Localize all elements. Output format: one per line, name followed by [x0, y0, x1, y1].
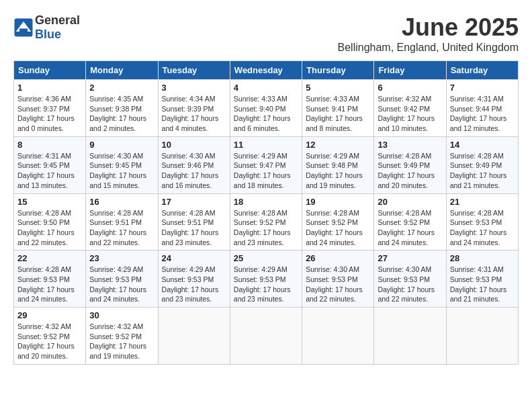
- day-number: 26: [306, 253, 370, 263]
- day-info: Sunrise: 4:30 AM Sunset: 9:45 PM Dayligh…: [89, 151, 154, 191]
- day-number: 5: [306, 83, 370, 93]
- calendar-cell: 9 Sunrise: 4:30 AM Sunset: 9:45 PM Dayli…: [86, 136, 158, 193]
- day-number: 18: [234, 197, 298, 207]
- calendar-cell: 8 Sunrise: 4:31 AM Sunset: 9:45 PM Dayli…: [14, 136, 86, 193]
- day-number: 6: [378, 83, 442, 93]
- weekday-header-monday: Monday: [86, 61, 158, 80]
- calendar-week-5: 29 Sunrise: 4:32 AM Sunset: 9:52 PM Dayl…: [14, 308, 519, 365]
- page-header: General Blue June 2025 Bellingham, Engla…: [13, 13, 519, 54]
- calendar-cell: 17 Sunrise: 4:28 AM Sunset: 9:51 PM Dayl…: [158, 193, 230, 250]
- day-info: Sunrise: 4:32 AM Sunset: 9:52 PM Dayligh…: [17, 322, 82, 361]
- logo-general-text: General: [35, 13, 80, 27]
- location-title: Bellingham, England, United Kingdom: [338, 42, 519, 54]
- day-number: 8: [17, 140, 82, 150]
- title-block: June 2025 Bellingham, England, United Ki…: [338, 13, 519, 54]
- weekday-header-sunday: Sunday: [14, 61, 86, 80]
- day-info: Sunrise: 4:31 AM Sunset: 9:53 PM Dayligh…: [450, 265, 515, 304]
- calendar-cell: 16 Sunrise: 4:28 AM Sunset: 9:51 PM Dayl…: [86, 193, 158, 250]
- day-number: 16: [89, 197, 154, 207]
- calendar-cell: 15 Sunrise: 4:28 AM Sunset: 9:50 PM Dayl…: [14, 193, 86, 250]
- day-number: 30: [89, 310, 154, 320]
- day-info: Sunrise: 4:28 AM Sunset: 9:49 PM Dayligh…: [378, 151, 442, 191]
- day-number: 3: [162, 83, 226, 93]
- day-info: Sunrise: 4:29 AM Sunset: 9:53 PM Dayligh…: [89, 265, 154, 304]
- logo-blue-text: Blue: [35, 28, 61, 41]
- day-number: 25: [234, 253, 298, 263]
- day-number: 11: [234, 140, 298, 150]
- calendar-cell: 18 Sunrise: 4:28 AM Sunset: 9:52 PM Dayl…: [230, 193, 302, 250]
- day-info: Sunrise: 4:28 AM Sunset: 9:49 PM Dayligh…: [450, 151, 515, 191]
- calendar-cell: 23 Sunrise: 4:29 AM Sunset: 9:53 PM Dayl…: [86, 250, 158, 308]
- day-info: Sunrise: 4:33 AM Sunset: 9:41 PM Dayligh…: [306, 94, 370, 134]
- calendar-week-1: 1 Sunrise: 4:36 AM Sunset: 9:37 PM Dayli…: [14, 80, 519, 137]
- calendar-cell: 25 Sunrise: 4:29 AM Sunset: 9:53 PM Dayl…: [230, 250, 302, 308]
- weekday-header-thursday: Thursday: [302, 61, 374, 80]
- day-info: Sunrise: 4:32 AM Sunset: 9:42 PM Dayligh…: [378, 94, 442, 134]
- calendar-cell: 11 Sunrise: 4:29 AM Sunset: 9:47 PM Dayl…: [230, 136, 302, 193]
- day-number: 22: [17, 253, 82, 263]
- day-info: Sunrise: 4:28 AM Sunset: 9:53 PM Dayligh…: [450, 208, 515, 248]
- day-info: Sunrise: 4:30 AM Sunset: 9:53 PM Dayligh…: [306, 265, 370, 304]
- day-number: 15: [17, 197, 82, 207]
- day-info: Sunrise: 4:28 AM Sunset: 9:51 PM Dayligh…: [162, 208, 226, 248]
- month-title: June 2025: [338, 13, 519, 42]
- day-number: 17: [162, 197, 226, 207]
- calendar-cell: [158, 308, 230, 365]
- calendar-header-row: SundayMondayTuesdayWednesdayThursdayFrid…: [14, 61, 519, 80]
- calendar-cell: [374, 308, 446, 365]
- calendar-cell: 29 Sunrise: 4:32 AM Sunset: 9:52 PM Dayl…: [14, 308, 86, 365]
- calendar-cell: [446, 308, 518, 365]
- day-info: Sunrise: 4:28 AM Sunset: 9:52 PM Dayligh…: [306, 208, 370, 248]
- calendar-cell: [302, 308, 374, 365]
- day-number: 21: [450, 197, 515, 207]
- calendar-cell: 12 Sunrise: 4:29 AM Sunset: 9:48 PM Dayl…: [302, 136, 374, 193]
- calendar-cell: 2 Sunrise: 4:35 AM Sunset: 9:38 PM Dayli…: [86, 80, 158, 137]
- day-info: Sunrise: 4:32 AM Sunset: 9:52 PM Dayligh…: [89, 322, 154, 361]
- day-info: Sunrise: 4:28 AM Sunset: 9:52 PM Dayligh…: [234, 208, 298, 248]
- day-number: 2: [89, 83, 154, 93]
- calendar-cell: 6 Sunrise: 4:32 AM Sunset: 9:42 PM Dayli…: [374, 80, 446, 137]
- day-number: 27: [378, 253, 442, 263]
- day-number: 10: [162, 140, 226, 150]
- calendar-cell: 19 Sunrise: 4:28 AM Sunset: 9:52 PM Dayl…: [302, 193, 374, 250]
- weekday-header-wednesday: Wednesday: [230, 61, 302, 80]
- calendar-cell: 21 Sunrise: 4:28 AM Sunset: 9:53 PM Dayl…: [446, 193, 518, 250]
- calendar-week-3: 15 Sunrise: 4:28 AM Sunset: 9:50 PM Dayl…: [14, 193, 519, 250]
- calendar-cell: 13 Sunrise: 4:28 AM Sunset: 9:49 PM Dayl…: [374, 136, 446, 193]
- calendar-cell: 3 Sunrise: 4:34 AM Sunset: 9:39 PM Dayli…: [158, 80, 230, 137]
- calendar-week-2: 8 Sunrise: 4:31 AM Sunset: 9:45 PM Dayli…: [14, 136, 519, 193]
- day-info: Sunrise: 4:28 AM Sunset: 9:53 PM Dayligh…: [17, 265, 82, 304]
- calendar-cell: 24 Sunrise: 4:29 AM Sunset: 9:53 PM Dayl…: [158, 250, 230, 308]
- day-info: Sunrise: 4:29 AM Sunset: 9:53 PM Dayligh…: [234, 265, 298, 304]
- day-info: Sunrise: 4:30 AM Sunset: 9:46 PM Dayligh…: [162, 151, 226, 191]
- day-info: Sunrise: 4:29 AM Sunset: 9:53 PM Dayligh…: [162, 265, 226, 304]
- day-number: 1: [17, 83, 82, 93]
- day-number: 7: [450, 83, 515, 93]
- day-info: Sunrise: 4:36 AM Sunset: 9:37 PM Dayligh…: [17, 94, 82, 134]
- calendar-cell: 30 Sunrise: 4:32 AM Sunset: 9:52 PM Dayl…: [86, 308, 158, 365]
- day-info: Sunrise: 4:33 AM Sunset: 9:40 PM Dayligh…: [234, 94, 298, 134]
- day-info: Sunrise: 4:34 AM Sunset: 9:39 PM Dayligh…: [162, 94, 226, 134]
- day-info: Sunrise: 4:28 AM Sunset: 9:52 PM Dayligh…: [378, 208, 442, 248]
- day-number: 24: [162, 253, 226, 263]
- calendar-cell: 27 Sunrise: 4:30 AM Sunset: 9:53 PM Dayl…: [374, 250, 446, 308]
- calendar-cell: 22 Sunrise: 4:28 AM Sunset: 9:53 PM Dayl…: [14, 250, 86, 308]
- calendar-cell: [230, 308, 302, 365]
- day-info: Sunrise: 4:31 AM Sunset: 9:44 PM Dayligh…: [450, 94, 515, 134]
- calendar-cell: 26 Sunrise: 4:30 AM Sunset: 9:53 PM Dayl…: [302, 250, 374, 308]
- day-info: Sunrise: 4:28 AM Sunset: 9:51 PM Dayligh…: [89, 208, 154, 248]
- calendar-cell: 14 Sunrise: 4:28 AM Sunset: 9:49 PM Dayl…: [446, 136, 518, 193]
- day-number: 14: [450, 140, 515, 150]
- day-number: 4: [234, 83, 298, 93]
- day-number: 13: [378, 140, 442, 150]
- calendar-cell: 4 Sunrise: 4:33 AM Sunset: 9:40 PM Dayli…: [230, 80, 302, 137]
- weekday-header-saturday: Saturday: [446, 61, 518, 80]
- svg-rect-2: [19, 29, 28, 34]
- calendar-cell: 28 Sunrise: 4:31 AM Sunset: 9:53 PM Dayl…: [446, 250, 518, 308]
- calendar-cell: 20 Sunrise: 4:28 AM Sunset: 9:52 PM Dayl…: [374, 193, 446, 250]
- weekday-header-friday: Friday: [374, 61, 446, 80]
- day-info: Sunrise: 4:31 AM Sunset: 9:45 PM Dayligh…: [17, 151, 82, 191]
- day-number: 9: [89, 140, 154, 150]
- day-number: 19: [306, 197, 370, 207]
- day-info: Sunrise: 4:30 AM Sunset: 9:53 PM Dayligh…: [378, 265, 442, 304]
